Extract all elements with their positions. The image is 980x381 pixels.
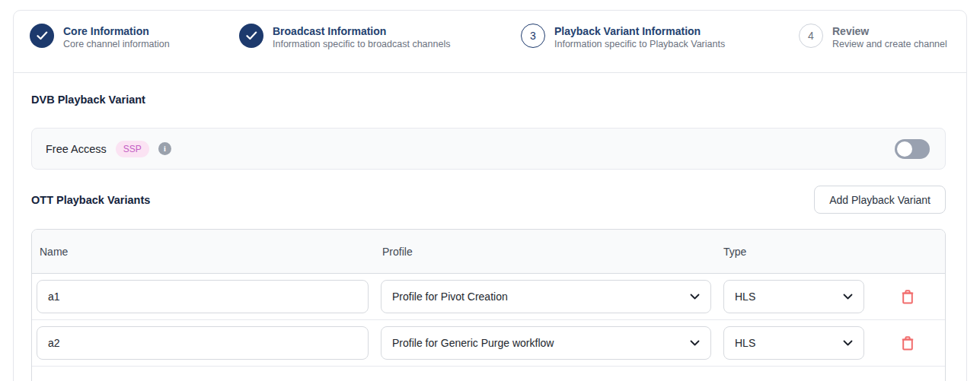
- add-playback-variant-button[interactable]: Add Playback Variant: [814, 186, 946, 214]
- step-completed-check-icon: [30, 24, 54, 48]
- step-title: Playback Variant Information: [554, 25, 725, 37]
- column-header-type: Type: [717, 246, 870, 258]
- variant-name-input[interactable]: [37, 326, 369, 360]
- variant-name-input[interactable]: [37, 280, 369, 313]
- selected-type-value: HLS: [735, 291, 755, 303]
- step-subtitle: Information specific to Playback Variant…: [554, 38, 725, 50]
- wizard-stepper: Core Information Core channel informatio…: [14, 11, 966, 73]
- step-content: DVB Playback Variant Free Access SSP i O…: [14, 94, 966, 381]
- step-number-badge: 4: [799, 24, 823, 48]
- variant-profile-select[interactable]: Profile for Pivot Creation: [381, 280, 711, 313]
- playback-variants-table: Name Profile Type Profile for Pivot Crea…: [31, 229, 946, 381]
- chevron-down-icon: [843, 294, 853, 300]
- step-review[interactable]: 4 Review Review and create channel: [799, 23, 947, 50]
- column-header-profile: Profile: [375, 246, 717, 258]
- selected-profile-value: Profile for Pivot Creation: [392, 291, 508, 303]
- delete-variant-button[interactable]: [899, 287, 917, 307]
- toggle-knob: [897, 141, 912, 157]
- step-title: Core Information: [63, 25, 170, 37]
- step-title: Broadcast Information: [273, 25, 450, 37]
- free-access-toggle[interactable]: [895, 139, 930, 159]
- trash-icon: [902, 336, 914, 351]
- delete-variant-button[interactable]: [899, 333, 917, 354]
- step-playback-variant-information[interactable]: 3 Playback Variant Information Informati…: [521, 23, 725, 50]
- ott-section-header: OTT Playback Variants Add Playback Varia…: [31, 186, 946, 214]
- selected-profile-value: Profile for Generic Purge workflow: [392, 337, 554, 349]
- step-completed-check-icon: [239, 24, 263, 48]
- step-subtitle: Review and create channel: [832, 38, 947, 50]
- ott-section-heading: OTT Playback Variants: [31, 194, 150, 206]
- free-access-label: Free Access: [46, 143, 107, 155]
- dvb-section-heading: DVB Playback Variant: [31, 94, 946, 106]
- step-core-information[interactable]: Core Information Core channel informatio…: [30, 23, 170, 50]
- step-number-badge: 3: [521, 24, 545, 48]
- trash-icon: [902, 290, 914, 304]
- step-subtitle: Core channel information: [63, 38, 170, 50]
- table-row: Profile for Pivot Creation HLS: [32, 274, 945, 320]
- step-title: Review: [832, 25, 947, 37]
- step-subtitle: Information specific to broadcast channe…: [273, 38, 450, 50]
- step-broadcast-information[interactable]: Broadcast Information Information specif…: [239, 23, 450, 50]
- ssp-badge: SSP: [116, 141, 149, 157]
- variant-type-select[interactable]: HLS: [723, 326, 864, 360]
- variant-profile-select[interactable]: Profile for Generic Purge workflow: [381, 326, 711, 360]
- chevron-down-icon: [690, 294, 700, 300]
- table-row: Profile for Generic Purge workflow HLS: [32, 320, 945, 367]
- info-icon[interactable]: i: [158, 142, 171, 155]
- chevron-down-icon: [843, 340, 853, 346]
- variant-type-select[interactable]: HLS: [723, 280, 864, 313]
- free-access-card: Free Access SSP i: [31, 128, 946, 170]
- selected-type-value: HLS: [735, 337, 755, 349]
- table-header-row: Name Profile Type: [32, 230, 945, 274]
- chevron-down-icon: [690, 340, 700, 346]
- wizard-card: Core Information Core channel informatio…: [13, 10, 967, 381]
- column-header-name: Name: [32, 246, 375, 258]
